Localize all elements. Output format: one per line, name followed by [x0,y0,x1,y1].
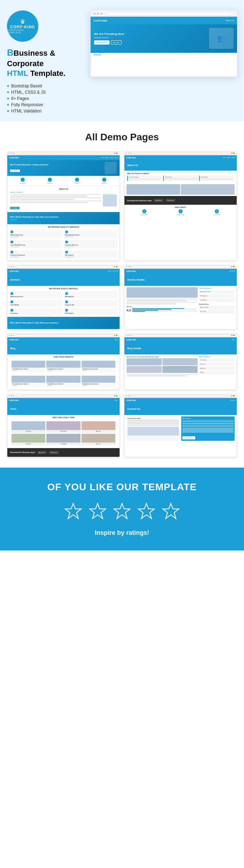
mini-team-member: Anna Liu [82,434,115,445]
mini-dot [130,335,131,336]
mini-features-row: Service A Service B Service C Service D [7,176,120,186]
mini-sidebar-text: Mon-Fri: 9-5pm [200,307,234,308]
mini-step-circle: 1 [142,209,146,213]
mini-nav-logo: CORP·KING [126,157,136,159]
mini-line [127,303,176,304]
mini-team-name: Tom Wang [46,443,80,445]
mini-topbar [124,394,237,398]
mini-service-text: Lorem ipsum dolor [65,256,117,258]
mini-blog-img [82,376,115,383]
mini-service-title: Corporate Business [65,244,117,246]
mini-step-circle: 2 [178,209,183,213]
mini-nav-logo: CORP·KING [9,399,19,401]
mini-working-hours: Mon-Fri: 9-5pm [199,306,235,309]
mini-blog-meta: By Admin [47,385,79,386]
mini-service-detail-hero: Service Details [124,274,237,286]
mini-line [10,199,74,200]
mini-nav-links: Contact [230,399,235,401]
mini-service-icon [10,241,13,243]
demo-pages-section: All Demo Pages CORP·KING Home About Blog [0,121,244,468]
mini-blog-info: Friendly business entrance By Admin [12,383,45,387]
mini-url-bar [16,334,112,336]
mockup-about-text: About Us [93,54,101,56]
mini-nav-link: About [228,157,231,158]
mini-service-item: 24/7 Support Lorem ipsum dolor [64,250,118,259]
star-2-icon [87,501,108,522]
mini-read-more-btn: Read More [10,207,20,209]
mini-team-hero: Team [7,403,120,415]
demo-grid: CORP·KING Home About Blog Team We Provid… [7,151,237,457]
hero-section: ♛ CORP·KING CORPORATE TEMPLATE BBusiness… [0,0,244,121]
mini-contact-form: Get In Touch Send Message [181,416,235,441]
star-1-icon [63,501,84,522]
mini-blog-detail-imgs [127,358,198,373]
mini-service-item: Marketing Services [9,291,63,298]
mini-service-text: Lorem ipsum dolor [65,246,117,248]
mini-nav: CORP·KING Home About Blog Team [7,155,120,160]
mini-about-hero: About Us [124,160,237,171]
feature-item: Fully Responsive [7,102,84,108]
mini-contact-info: Contact Information [127,416,180,441]
mini-rating-number: 4.2 [127,308,131,312]
mini-how-title: How it Work? [127,206,235,208]
mini-form-field [182,425,234,427]
mini-form-field [182,420,234,422]
mini-why-text: Fast Delivery [165,177,197,178]
mini-team-member: Tom Wang [46,434,80,445]
mini-working-hours: Sat: 9-3pm [199,310,235,313]
mini-why-item: Fast Delivery [163,175,198,181]
mini-nav-link: Team [114,399,118,401]
mini-blog-detail-title: Blog Details [127,347,141,350]
mini-topbar [7,334,120,337]
mini-about-hero-title: About Us [127,164,138,166]
mini-service-icon [65,230,68,233]
star-5-icon [160,501,181,522]
mini-services-section: WE PROVIDE QUALITY SERVICES Marketing Se… [7,224,120,260]
mockup-hero-btns: Download Now Services [94,40,206,45]
mini-team-section-title: MEET OUR LOVELY TEAM [9,416,117,419]
mini-blog-card: Friendly business entrance By Admin [82,361,115,372]
mini-contact-content: Contact Information Get In Touch [124,415,237,442]
mini-contact-info-title: Contact Information [128,417,179,419]
mini-bar-row [132,309,198,310]
mini-nav: CORP·KING Blog [124,337,237,342]
mini-form-title: Get In Touch [182,417,234,419]
mini-nav-logo: CORP·KING [126,270,136,272]
mini-services-hero: Services [7,274,120,286]
mini-service-icon [65,309,68,312]
topbar-dot [93,13,96,15]
mini-blog-img [12,361,45,368]
mini-form-textarea [182,428,234,433]
mini-blog-detail-hero: Blog Details [124,342,237,354]
topbar-dot [100,13,102,15]
mini-service-item: Corporate Biz [64,299,118,307]
mini-blog-content: OUR LATEST INSIGHTS Friendly business en… [7,354,120,390]
mockup-topbar [91,10,237,17]
mini-service-icon [10,230,13,233]
mini-team-photo [12,434,45,443]
mini-about-img [127,184,180,195]
mini-service-icon [10,309,13,312]
mini-service-main: Reviews 4.2 [127,287,198,314]
hero-title: BBusiness & Corporate HTML Template. [7,47,84,79]
mini-dot [11,153,12,154]
mini-line [10,194,101,195]
mini-nav-link: Home [223,157,227,158]
mini-service-detail-content: Reviews 4.2 [124,286,237,315]
mini-hero: We Provide Business Trading Solution Lea… [7,160,120,176]
mini-about-img [181,184,235,195]
mini-blog-card: Friendly business entrance By Admin [46,376,80,387]
mini-banner-text: Who Works Remotely to help with your bus… [10,216,59,218]
mini-team-photo [82,434,115,443]
mini-nav-link: Blog [115,339,118,341]
mini-dot [9,395,10,397]
svg-marker-1 [90,503,106,518]
mini-blog-cards-row1: Friendly business entrance By Admin Frie… [9,359,117,373]
mini-why-item: Quality Work [199,175,234,181]
mini-dot [13,153,14,154]
mini-service-item: Web App Dev [64,291,118,298]
mini-team-member: Jane Smith [46,421,80,433]
mini-bar-fill [132,309,171,310]
topbar-dot [97,13,99,15]
mini-dot [126,335,127,336]
